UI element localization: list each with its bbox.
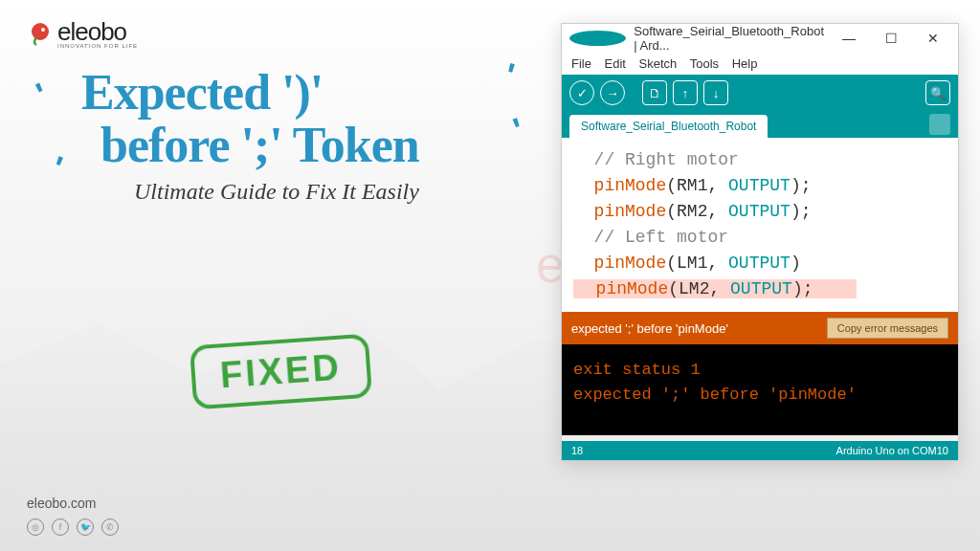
verify-button[interactable]: ✓ — [569, 80, 594, 105]
close-button[interactable]: ✕ — [916, 31, 950, 46]
error-banner: expected ';' before 'pinMode' Copy error… — [562, 312, 958, 344]
brand-logo: eleobo INNOVATION FOR LIFE — [27, 17, 138, 49]
menu-help[interactable]: Help — [732, 56, 758, 71]
svg-point-0 — [32, 23, 49, 40]
arduino-icon — [569, 31, 626, 46]
status-bar: 18 Arduino Uno on COM10 — [562, 441, 958, 460]
subtitle: Ultimate Guide to Fix It Easily — [134, 179, 560, 205]
decorative-accent: ' — [31, 75, 56, 115]
title-line-1: Expected ')' — [81, 67, 560, 120]
headline: Expected ')' before ';' Token Ultimate G… — [81, 67, 560, 205]
output-console[interactable]: exit status 1 expected ';' before 'pinMo… — [562, 344, 958, 435]
maximize-button[interactable]: ☐ — [874, 31, 908, 46]
instagram-icon[interactable]: ◎ — [27, 518, 44, 536]
footer: eleobo.com ◎ f 🐦 ✆ — [27, 496, 119, 536]
status-line-number: 18 — [571, 445, 583, 456]
tab-menu-button[interactable] — [929, 114, 950, 135]
code-line: pinMode(RM2, OUTPUT); — [573, 199, 947, 225]
code-line: pinMode(LM1, OUTPUT) — [573, 251, 947, 276]
minimize-button[interactable]: — — [832, 31, 866, 46]
menu-file[interactable]: File — [571, 56, 591, 71]
twitter-icon[interactable]: 🐦 — [77, 518, 94, 536]
console-line: expected ';' before 'pinMode' — [573, 383, 947, 408]
logo-tagline: INNOVATION FOR LIFE — [57, 43, 138, 49]
toolbar: ✓ → 🗋 ↑ ↓ 🔍 — [562, 75, 958, 111]
console-line: exit status 1 — [573, 358, 947, 383]
tab-bar: Software_Seirial_Bluetooth_Robot — [562, 111, 958, 138]
window-titlebar[interactable]: Software_Seirial_Bluetooth_Robot | Ard..… — [562, 24, 958, 53]
menu-bar[interactable]: File Edit Sketch Tools Help — [562, 53, 958, 75]
code-line: // Left motor — [573, 225, 947, 251]
open-button[interactable]: ↑ — [673, 80, 698, 105]
upload-button[interactable]: → — [600, 80, 625, 105]
code-line: pinMode(RM1, OUTPUT); — [573, 173, 947, 199]
fixed-stamp: FIXED — [189, 334, 372, 410]
save-button[interactable]: ↓ — [703, 80, 728, 105]
copy-errors-button[interactable]: Copy error messages — [827, 318, 948, 339]
social-icons: ◎ f 🐦 ✆ — [27, 518, 119, 536]
new-button[interactable]: 🗋 — [642, 80, 667, 105]
code-editor[interactable]: // Right motor pinMode(RM1, OUTPUT); pin… — [562, 138, 958, 312]
code-line: // Right motor — [573, 147, 947, 173]
code-line-error: pinMode(LM2, OUTPUT); — [573, 276, 947, 302]
menu-edit[interactable]: Edit — [605, 56, 626, 71]
footer-url: eleobo.com — [27, 496, 119, 511]
whatsapp-icon[interactable]: ✆ — [101, 518, 119, 536]
menu-sketch[interactable]: Sketch — [639, 56, 678, 71]
window-title: Software_Seirial_Bluetooth_Robot | Ard..… — [634, 24, 824, 53]
arduino-ide-window: Software_Seirial_Bluetooth_Robot | Ard..… — [561, 23, 959, 461]
decorative-accent: ' — [46, 148, 67, 188]
serial-monitor-button[interactable]: 🔍 — [925, 80, 950, 105]
svg-point-1 — [41, 28, 45, 32]
menu-tools[interactable]: Tools — [690, 56, 719, 71]
error-text: expected ';' before 'pinMode' — [571, 321, 728, 336]
parrot-icon — [27, 20, 54, 47]
title-line-2: before ';' Token — [100, 120, 560, 172]
sketch-tab[interactable]: Software_Seirial_Bluetooth_Robot — [569, 115, 768, 138]
status-board: Arduino Uno on COM10 — [836, 445, 948, 456]
facebook-icon[interactable]: f — [52, 518, 69, 536]
